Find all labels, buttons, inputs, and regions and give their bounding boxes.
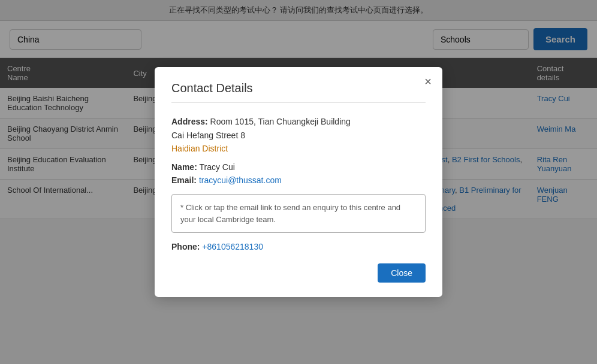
name-value: Tracy Cui xyxy=(199,162,234,172)
modal-footer: Close xyxy=(171,263,426,283)
modal-close-button[interactable]: × xyxy=(424,75,432,87)
modal-body: Address: Room 1015, Tian Chuangkeji Buil… xyxy=(171,115,426,253)
email-block: Email: tracycui@thussat.com xyxy=(171,174,426,187)
phone-label: Phone: xyxy=(171,242,200,251)
address-label: Address: xyxy=(171,117,208,126)
address-line2: Cai Hefang Street 8 xyxy=(171,129,426,142)
modal-note: * Click or tap the email link to send an… xyxy=(171,194,426,233)
contact-details-modal: Contact Details × Address: Room 1015, Ti… xyxy=(155,67,442,296)
email-link[interactable]: tracycui@thussat.com xyxy=(199,175,282,185)
modal-close-btn[interactable]: Close xyxy=(378,263,426,283)
modal-overlay: Contact Details × Address: Room 1015, Ti… xyxy=(0,0,597,364)
name-block: Name: Tracy Cui xyxy=(171,160,426,174)
phone-link[interactable]: +861056218130 xyxy=(202,242,263,251)
address-district: Haidian District xyxy=(171,142,426,155)
address-line1: Room 1015, Tian Chuangkeji Building xyxy=(210,117,351,126)
modal-title: Contact Details xyxy=(171,81,426,103)
email-label: Email: xyxy=(171,175,197,185)
address-block: Address: Room 1015, Tian Chuangkeji Buil… xyxy=(171,115,426,128)
name-label: Name: xyxy=(171,162,197,172)
phone-block: Phone: +861056218130 xyxy=(171,240,426,253)
